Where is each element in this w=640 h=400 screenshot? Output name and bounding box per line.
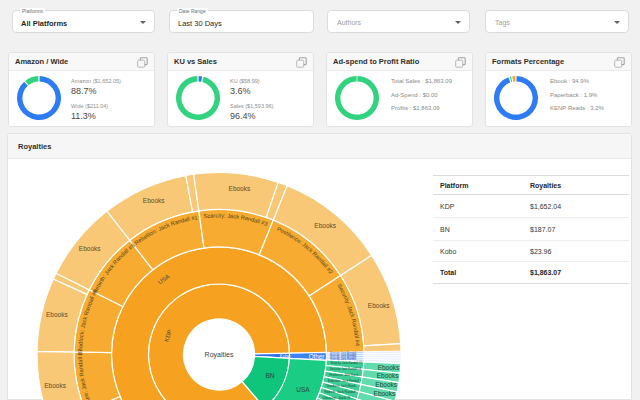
svg-text:USA: USA <box>296 386 310 393</box>
svg-text:Ebooks: Ebooks <box>79 245 101 252</box>
svg-text:Royalties: Royalties <box>205 351 234 359</box>
svg-text:Kobo: Kobo <box>280 354 291 359</box>
svg-text:Rebirth: Jack Randall: Rebirth: Jack Randall <box>325 389 356 394</box>
svg-text:Rebellion: Jack Randall: Rebellion: Jack Randall <box>328 378 359 383</box>
svg-text:Ebooks: Ebooks <box>377 372 399 379</box>
svg-text:Ebooks: Ebooks <box>368 302 390 309</box>
svg-text:Closure: Jack R...: Closure: Jack R... <box>323 395 354 400</box>
svg-text:Ebooks: Ebooks <box>314 222 336 229</box>
svg-text:Ebooks: Ebooks <box>229 185 251 192</box>
svg-text:Ebooks: Ebooks <box>143 197 165 204</box>
svg-text:Ebooks: Ebooks <box>46 311 68 318</box>
svg-text:Ebooks: Ebooks <box>375 381 397 388</box>
svg-text:Ebooks: Ebooks <box>374 390 396 397</box>
svg-text:Security: Jack Randall #4: Security: Jack Randall #4 <box>330 366 362 371</box>
svg-text:Other: Other <box>309 353 325 360</box>
svg-text:Ebooks: Ebooks <box>44 382 66 389</box>
svg-text:Ebooks: Ebooks <box>378 364 400 371</box>
svg-text:Pestilence: Jack Rand...: Pestilence: Jack Rand... <box>329 372 360 377</box>
svg-text:Deadlock: Jack Rand...: Deadlock: Jack Rand... <box>326 383 357 388</box>
svg-text:Scarcity: Jack Randall #3: Scarcity: Jack Randall #3 <box>331 360 363 365</box>
svg-text:BN: BN <box>265 372 274 379</box>
svg-text:Scarcity: Jack Randall: Scarcity: Jack Randall <box>330 357 356 361</box>
